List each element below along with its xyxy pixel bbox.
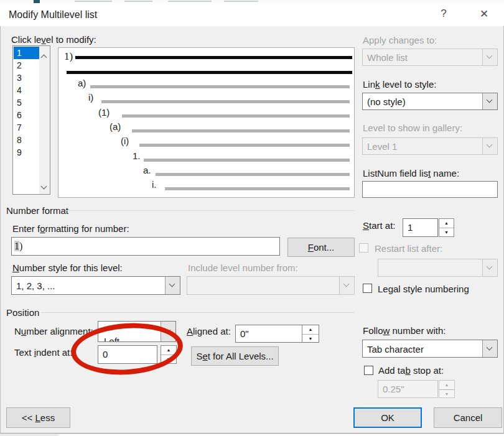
preview-level-label: 1. (133, 151, 141, 161)
legal-style-checkbox[interactable] (363, 284, 372, 293)
level-listbox[interactable]: 1 2 3 4 5 6 7 8 9 (12, 45, 50, 195)
preview-level-label: (i) (121, 136, 129, 146)
link-level-label: Link level to style: (363, 79, 436, 90)
number-alignment-label: Number alignment: (14, 326, 93, 336)
restart-list-select (378, 259, 498, 277)
preview-text-bar (122, 114, 350, 118)
cancel-button[interactable]: Cancel (434, 407, 502, 428)
help-icon[interactable]: ? (434, 7, 453, 22)
preview-level-label: a) (78, 78, 86, 88)
chevron-down-icon[interactable] (482, 93, 497, 109)
tab-stop-stepper: ▲ ▼ (439, 380, 455, 398)
level-list-item[interactable]: 1 (14, 47, 39, 59)
link-level-select[interactable]: (no style) (362, 93, 498, 110)
preview-text-bar (90, 85, 350, 88)
follow-number-label: Follow number with: (363, 325, 446, 336)
level-list-item[interactable]: 6 (14, 109, 39, 121)
preview-text-bar (132, 129, 350, 132)
chevron-down-icon (482, 138, 497, 154)
preview-text-bar (67, 71, 352, 74)
formatting-input[interactable]: 1) (11, 237, 280, 256)
start-at-stepper[interactable]: ▲ ▼ (439, 218, 454, 237)
text-indent-input[interactable]: 0 (98, 345, 157, 364)
scroll-up-icon[interactable] (42, 51, 46, 62)
level-list-item[interactable]: 4 (14, 84, 39, 96)
chevron-down-icon[interactable] (165, 277, 180, 294)
formatting-rest-text: ) (19, 241, 22, 251)
level-list-item[interactable]: 5 (14, 96, 39, 109)
background-artifact (0, 434, 59, 436)
preview-text-bar (101, 100, 350, 103)
font-button[interactable]: Font... (287, 238, 355, 257)
listbox-scrollbar[interactable] (39, 46, 50, 194)
chevron-down-icon[interactable] (161, 322, 175, 341)
follow-number-select[interactable]: Tab character (362, 340, 498, 358)
level-list-item[interactable]: 8 (14, 134, 39, 146)
group-divider (41, 312, 355, 313)
preview-level-label: (a) (110, 121, 121, 132)
apply-changes-value: Whole list (367, 52, 408, 63)
include-level-label: Include level number from: (188, 262, 298, 273)
preview-text-bar (75, 56, 352, 59)
apply-changes-label: Apply changes to: (363, 35, 437, 45)
spin-down-icon[interactable]: ▼ (161, 355, 176, 363)
spin-up-icon[interactable]: ▲ (302, 325, 319, 334)
background-artifact (168, 1, 212, 2)
dialog-title: Modify Multilevel list (9, 9, 97, 21)
position-group-label: Position (6, 307, 39, 318)
spin-down-icon: ▼ (439, 389, 454, 398)
level-list-item[interactable]: 2 (14, 59, 39, 72)
group-divider (66, 210, 355, 211)
scroll-down-icon[interactable] (42, 180, 46, 191)
spin-up-icon[interactable]: ▲ (161, 346, 176, 355)
tab-stop-input: 0.25" (378, 380, 438, 398)
number-alignment-value: Left (104, 336, 119, 342)
chevron-down-icon (482, 259, 497, 276)
less-button[interactable]: << Less (6, 407, 70, 428)
chevron-down-icon (482, 49, 497, 65)
restart-list-label: Restart list after: (375, 243, 442, 254)
level-list-item[interactable]: 9 (14, 146, 39, 159)
include-level-select (187, 276, 355, 295)
listnum-input[interactable] (362, 181, 498, 198)
formatting-selected-text: 1 (14, 241, 19, 251)
start-at-label: Start at: (363, 220, 396, 231)
spin-down-icon[interactable]: ▼ (302, 334, 319, 343)
spin-up-icon: ▲ (439, 381, 454, 389)
spin-up-icon[interactable]: ▲ (439, 219, 454, 228)
gallery-level-select: Level 1 (362, 137, 498, 155)
ok-button[interactable]: OK (353, 407, 422, 428)
number-alignment-select[interactable]: Left (98, 321, 176, 342)
gallery-level-label: Level to show in gallery: (363, 123, 462, 133)
restart-list-checkbox (359, 243, 368, 253)
listnum-label: ListNum field list name: (363, 168, 459, 179)
preview-level-label: i. (152, 179, 157, 190)
chevron-down-icon[interactable] (482, 340, 497, 357)
level-list-item[interactable]: 3 (14, 72, 39, 84)
number-style-label: Number style for this level: (12, 262, 123, 273)
preview-level-label: i) (88, 92, 93, 103)
text-indent-stepper[interactable]: ▲ ▼ (161, 345, 177, 364)
background-app-sliver (0, 434, 504, 436)
add-tab-stop-checkbox[interactable] (364, 366, 373, 375)
number-style-select[interactable]: 1, 2, 3, ... (11, 276, 180, 295)
level-list-item[interactable]: 7 (14, 121, 39, 134)
set-all-levels-button[interactable]: Set for All Levels... (191, 346, 279, 366)
spin-down-icon[interactable]: ▼ (439, 228, 454, 236)
aligned-at-stepper[interactable]: ▲ ▼ (302, 325, 319, 342)
preview-level-label: (1) (98, 107, 110, 118)
modify-multilevel-list-dialog: Modify Multilevel list ? ✕ Click level t… (0, 0, 504, 436)
click-level-label: Click level to modify: (11, 34, 96, 45)
add-tab-stop-label: Add tab stop at: (378, 365, 444, 376)
text-indent-label: Text indent at: (14, 347, 72, 358)
start-at-input[interactable]: 1 (403, 218, 438, 237)
close-icon[interactable]: ✕ (475, 7, 493, 22)
link-level-value: (no style) (367, 96, 406, 107)
preview-level-label: a. (143, 165, 151, 175)
number-format-group-label: Number format (6, 205, 68, 216)
preview-text-bar (139, 144, 350, 147)
background-artifact (124, 1, 152, 2)
number-style-value: 1, 2, 3, ... (16, 281, 55, 291)
enter-formatting-label: Enter formatting for number: (12, 223, 129, 234)
list-preview: 1) a) i) (1) (a) (i) 1. a. i. (58, 47, 355, 198)
